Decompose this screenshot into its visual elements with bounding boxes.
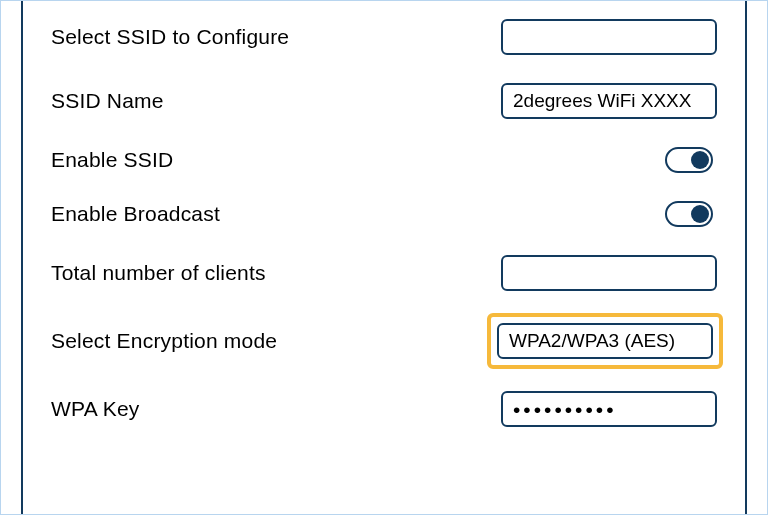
row-ssid-name: SSID Name 2degrees WiFi XXXX bbox=[51, 83, 717, 119]
label-enable-ssid: Enable SSID bbox=[51, 148, 173, 172]
enable-ssid-toggle[interactable] bbox=[665, 147, 713, 173]
toggle-knob bbox=[691, 151, 709, 169]
ssid-name-input[interactable]: 2degrees WiFi XXXX bbox=[501, 83, 717, 119]
label-total-clients: Total number of clients bbox=[51, 261, 266, 285]
row-enable-broadcast: Enable Broadcast bbox=[51, 201, 717, 227]
label-ssid-name: SSID Name bbox=[51, 89, 164, 113]
label-enable-broadcast: Enable Broadcast bbox=[51, 202, 220, 226]
encryption-mode-dropdown[interactable]: WPA2/WPA3 (AES) bbox=[497, 323, 713, 359]
enable-broadcast-toggle[interactable] bbox=[665, 201, 713, 227]
row-enable-ssid: Enable SSID bbox=[51, 147, 717, 173]
select-ssid-dropdown[interactable] bbox=[501, 19, 717, 55]
label-select-ssid: Select SSID to Configure bbox=[51, 25, 289, 49]
label-encryption: Select Encryption mode bbox=[51, 329, 277, 353]
settings-panel: Select SSID to Configure SSID Name 2degr… bbox=[21, 1, 747, 514]
page-frame: Select SSID to Configure SSID Name 2degr… bbox=[0, 0, 768, 515]
total-clients-field bbox=[501, 255, 717, 291]
toggle-knob bbox=[691, 205, 709, 223]
row-wpa-key: WPA Key •••••••••• bbox=[51, 391, 717, 427]
wpa-key-input[interactable]: •••••••••• bbox=[501, 391, 717, 427]
row-select-ssid: Select SSID to Configure bbox=[51, 19, 717, 55]
row-total-clients: Total number of clients bbox=[51, 255, 717, 291]
encryption-highlight: WPA2/WPA3 (AES) bbox=[487, 313, 723, 369]
label-wpa-key: WPA Key bbox=[51, 397, 140, 421]
wpa-key-masked-value: •••••••••• bbox=[513, 399, 617, 420]
row-encryption: Select Encryption mode WPA2/WPA3 (AES) bbox=[51, 319, 717, 363]
